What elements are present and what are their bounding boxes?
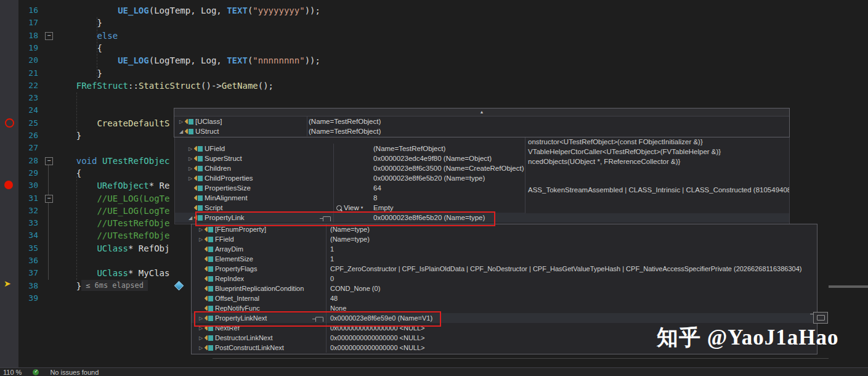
code-line-16[interactable]: UE_LOG(LogTemp, Log, TEXT("yyyyyyyy")); (55, 4, 320, 17)
zoom-control[interactable]: 110 % (3, 369, 22, 376)
member-value: 0x0000000000000000 <NULL> (330, 344, 425, 351)
code-token: "yyyyyyyy" (253, 6, 304, 15)
code-token: void (76, 156, 97, 166)
pin-to-source-button[interactable] (813, 312, 828, 324)
datatip-property-row-arraydim[interactable]: ArrayDim1 (192, 244, 817, 254)
code-token (55, 181, 97, 190)
scroll-up-icon: ▲ (480, 110, 484, 114)
code-line-33[interactable]: //UTestRefObje (55, 217, 169, 229)
code-token: * Re (149, 181, 170, 190)
line-number: 29 (18, 167, 38, 179)
document-health-label: No issues found (50, 369, 99, 376)
code-token: TEXT (227, 55, 248, 65)
datatip-rows: ▷[UClass](Name=TestRefObject)◢UStruct(Na… (174, 116, 789, 136)
datatip-property-row-propertylinknext[interactable]: ▷PropertyLinkNext0x0000023e8f6e59e0 (Nam… (192, 313, 817, 323)
datatip-struct-row-propertylink[interactable]: ◢PropertyLink0x0000023e8f6e5b20 (Name=ty… (175, 213, 789, 223)
member-value: 0x0000023edc4e9f80 (Name=Object) (373, 155, 492, 162)
datatip-property-row-repnotifyfunc[interactable]: RepNotifyFuncNone (192, 303, 817, 313)
code-line-20[interactable]: UE_LOG(LogTemp, Log, TEXT("nnnnnnnn")); (55, 54, 320, 67)
code-line-30[interactable]: URefObject* Re (55, 179, 169, 192)
member-type-icon (205, 285, 214, 292)
code-token: //UE_LOG(LogTe (97, 206, 169, 216)
code-line-38[interactable]: } (55, 280, 81, 292)
code-token: } (55, 131, 81, 141)
code-line-19[interactable]: { (55, 42, 102, 54)
code-token: (LogTemp, Log, (149, 6, 227, 15)
value-zone: CPF_ZeroConstructor | CPF_IsPlainOldData… (326, 264, 817, 274)
breakpoint-icon[interactable] (4, 181, 13, 189)
member-value: (Name=TestRefObject) (373, 145, 445, 152)
code-line-17[interactable]: } (55, 17, 102, 29)
datatip-top-row-ustruct[interactable]: ◢UStruct(Name=TestRefObject) (174, 126, 789, 136)
member-type-icon (195, 184, 203, 192)
code-line-21[interactable]: } (55, 67, 102, 80)
datatip-property-row-ffield[interactable]: ▷FField(Name=type) (192, 234, 817, 244)
datatip-property-row-blueprintreplicationcondition[interactable]: BlueprintReplicationConditionCOND_None (… (192, 284, 817, 293)
code-token (55, 81, 76, 91)
code-line-22[interactable]: FRefStruct::StaticStruct()->GetName(); (55, 80, 274, 92)
fold-toggle-icon[interactable]: − (45, 32, 53, 40)
member-name: PropertyLink (205, 214, 333, 221)
scroll-up-button[interactable]: ▲ (174, 108, 789, 116)
pin-icon[interactable] (315, 317, 323, 322)
member-name: Script (205, 204, 333, 211)
member-name: Children (205, 165, 333, 172)
datatip-popup-background: onstructor<UTestRefObject>(const FObject… (525, 136, 789, 213)
code-token (55, 243, 97, 253)
datatip-property-row-repindex[interactable]: RepIndex0 (192, 274, 817, 284)
member-type-icon (185, 128, 194, 135)
member-name: PropertyLinkNext (215, 314, 326, 322)
member-value: Empty (373, 204, 394, 211)
code-line-28[interactable]: void UTestRefObjec (55, 155, 169, 167)
fold-toggle-icon[interactable]: − (45, 157, 53, 165)
breakpoint-disabled-icon[interactable] (5, 118, 14, 128)
datatip-property-row-fenumproperty[interactable]: ▷[FEnumProperty](Name=type) (192, 224, 817, 234)
value-zone: 1 (326, 244, 817, 254)
datatip-anchor-icon[interactable] (174, 281, 184, 291)
member-name: PropertyFlags (215, 265, 326, 272)
line-number: 37 (18, 267, 38, 279)
code-line-32[interactable]: //UE_LOG(LogTe (55, 205, 169, 217)
code-line-34[interactable]: //UTestRefObje (55, 229, 169, 242)
line-number: 18 (18, 30, 38, 42)
code-line-35[interactable]: UClass* RefObj (55, 242, 169, 255)
member-name: SuperStruct (205, 155, 333, 162)
current-statement-arrow-icon[interactable] (4, 279, 11, 288)
value-zone: 1 (326, 254, 817, 264)
fold-toggle-icon[interactable]: − (45, 195, 53, 203)
member-type-icon (205, 275, 214, 282)
code-token: "nnnnnnnn" (253, 55, 304, 65)
member-type-icon (205, 324, 214, 332)
code-line-18[interactable]: else (55, 30, 118, 42)
breakpoint-gutter[interactable] (0, 0, 18, 376)
code-line-37[interactable]: UClass* MyClas (55, 267, 169, 279)
line-number: 16 (18, 4, 38, 17)
code-token: } (55, 281, 81, 291)
code-token (55, 156, 76, 166)
code-token: UTestRefObjec (102, 156, 170, 166)
member-name: Offset_Internal (215, 295, 326, 302)
document-health-icon[interactable] (33, 369, 39, 375)
line-number: 20 (18, 54, 38, 67)
member-type-icon (195, 145, 203, 152)
datatip-popup-top: ▲ ▷[UClass](Name=TestRefObject)◢UStruct(… (174, 108, 790, 137)
datatip-top-row-uclass[interactable]: ▷[UClass](Name=TestRefObject) (174, 116, 789, 126)
member-value: 0 (330, 275, 334, 282)
code-line-26[interactable]: } (55, 129, 81, 142)
code-line-31[interactable]: //UE_LOG(LogTe (55, 192, 169, 205)
member-type-icon (195, 204, 203, 211)
datatip-property-row-elementsize[interactable]: ElementSize1 (192, 254, 817, 264)
pin-icon[interactable] (323, 216, 331, 221)
line-number: 39 (18, 292, 38, 304)
member-type-icon (195, 194, 203, 202)
code-token (55, 55, 118, 65)
view-control[interactable]: View▾ (334, 204, 373, 211)
member-name: MinAlignment (205, 194, 333, 202)
zhihu-watermark: 知乎 @YaoJ1aHao (657, 323, 838, 352)
magnifier-icon (336, 205, 342, 211)
member-name: UField (205, 145, 333, 152)
code-line-25[interactable]: CreateDefaultS (55, 117, 169, 129)
datatip-property-row-propertyflags[interactable]: PropertyFlagsCPF_ZeroConstructor | CPF_I… (192, 264, 817, 274)
datatip-property-row-offsetinternal[interactable]: Offset_Internal48 (192, 293, 817, 303)
code-line-29[interactable]: { (55, 167, 81, 179)
